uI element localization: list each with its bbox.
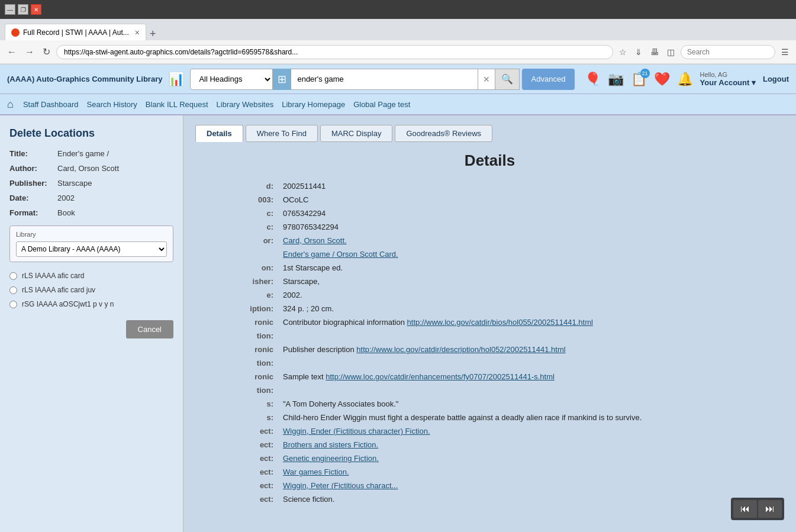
tab-marc-display[interactable]: MARC Display: [320, 125, 393, 142]
search-go-button[interactable]: 🔍: [495, 69, 520, 90]
browser-search-input[interactable]: [681, 45, 775, 59]
nav-blank-ill-request[interactable]: Blank ILL Request: [143, 100, 211, 109]
nav-staff-dashboard[interactable]: Staff Dashboard: [21, 100, 81, 109]
radio-input-0[interactable]: [9, 272, 17, 280]
field-label: 003:: [195, 193, 278, 207]
table-row: e: 2002.: [195, 288, 784, 302]
bookmark-icon[interactable]: ☆: [617, 46, 629, 58]
radio-item-0[interactable]: rLS IAAAA afic card: [9, 272, 173, 280]
search-input[interactable]: [291, 69, 478, 90]
field-value: [278, 383, 784, 397]
account-area[interactable]: Hello, AG Your Account ▾: [700, 71, 756, 87]
extensions-icon[interactable]: ◫: [665, 46, 677, 58]
radio-label-0: rLS IAAAA afic card: [22, 272, 84, 280]
nav-library-websites[interactable]: Library Websites: [214, 100, 276, 109]
radio-item-1[interactable]: rLS IAAAA afic card juv: [9, 286, 173, 294]
reload-button[interactable]: ↻: [40, 45, 53, 59]
tab-goodreads-reviews[interactable]: Goodreads® Reviews: [395, 125, 492, 142]
forward-button[interactable]: →: [22, 46, 37, 59]
subject-link-1[interactable]: Brothers and sisters Fiction.: [283, 440, 378, 449]
radio-input-2[interactable]: [9, 301, 17, 308]
list-badge: 21: [640, 69, 650, 78]
library-select[interactable]: A Demo Library - AAAA (AAAA): [16, 241, 167, 257]
cancel-button[interactable]: Cancel: [126, 320, 173, 338]
field-value: Brothers and sisters Fiction.: [278, 438, 784, 452]
publisher-row: Publisher: Starscape: [9, 179, 173, 188]
tab-close-button[interactable]: ×: [135, 28, 140, 37]
sample-text-link[interactable]: http://www.loc.gov/catdir/enhancements/f…: [326, 372, 555, 381]
title-bar: — ❐ ✕: [0, 0, 796, 19]
url-input[interactable]: [56, 45, 613, 59]
table-row: d: 2002511441: [195, 179, 784, 193]
field-value: 0765342294: [278, 207, 784, 220]
search-container: All Headings ⊞ ✕ 🔍 Advanced: [190, 69, 575, 90]
print-icon[interactable]: 🖶: [648, 46, 661, 58]
menu-icon[interactable]: ☰: [779, 46, 791, 58]
home-icon[interactable]: ⌂: [7, 98, 14, 111]
contributor-link[interactable]: http://www.loc.gov/catdir/bios/hol055/20…: [407, 318, 593, 327]
tab-bar: Full Record | STWI | AAAA | Aut... × +: [0, 19, 796, 40]
next-record-button[interactable]: ⏭: [758, 500, 782, 518]
radio-input-1[interactable]: [9, 286, 17, 294]
subject-link-4[interactable]: Wiggin, Peter (Fictitious charact...: [283, 481, 398, 490]
title-bar-left: — ❐ ✕: [5, 4, 41, 15]
nav-global-page-test[interactable]: Global Page test: [351, 100, 412, 109]
field-value: War games Fiction.: [278, 465, 784, 479]
subject-link-2[interactable]: Genetic engineering Fiction.: [283, 454, 379, 463]
window-controls: — ❐ ✕: [5, 4, 41, 15]
field-label: c:: [195, 220, 278, 234]
field-label: on:: [195, 261, 278, 275]
new-tab-button[interactable]: +: [146, 28, 160, 40]
table-row: 003: OCoLC: [195, 193, 784, 207]
field-value: Genetic engineering Fiction.: [278, 452, 784, 465]
prev-record-button[interactable]: ⏮: [733, 500, 757, 518]
format-label: Format:: [9, 208, 54, 217]
advanced-button[interactable]: Advanced: [522, 69, 575, 90]
field-value: 9780765342294: [278, 220, 784, 234]
table-row: tion:: [195, 356, 784, 370]
back-button[interactable]: ←: [5, 46, 19, 59]
minimize-button[interactable]: —: [5, 4, 15, 15]
logout-button[interactable]: Logout: [763, 75, 789, 83]
field-label: [195, 247, 278, 261]
app-header: (AAAA) Auto-Graphics Community Library 📊…: [0, 65, 796, 94]
author-link[interactable]: Card, Orson Scott.: [283, 236, 347, 245]
download-icon[interactable]: ⇓: [633, 46, 644, 58]
tab-favicon: [11, 28, 20, 37]
heart-icon[interactable]: ❤️: [654, 72, 670, 87]
field-label: s:: [195, 397, 278, 411]
field-label: ect:: [195, 424, 278, 438]
field-value: Contributor biographical information htt…: [278, 315, 784, 329]
maximize-button[interactable]: ❐: [18, 4, 28, 15]
publisher-desc-link[interactable]: http://www.loc.gov/catdir/description/ho…: [356, 345, 565, 354]
search-clear-button[interactable]: ✕: [478, 69, 495, 90]
date-label: Date:: [9, 194, 54, 202]
table-row: isher: Starscape,: [195, 275, 784, 288]
date-value: 2002: [57, 194, 75, 202]
table-row: ect: Science fiction.: [195, 492, 784, 506]
scanner-icon[interactable]: 📷: [608, 72, 624, 87]
radio-item-2[interactable]: rSG IAAAA aOSCjwt1 p v y n: [9, 300, 173, 308]
close-button[interactable]: ✕: [31, 4, 41, 15]
nav-library-homepage[interactable]: Library Homepage: [279, 100, 347, 109]
field-label: ect:: [195, 452, 278, 465]
balloon-icon[interactable]: 🎈: [585, 72, 601, 87]
browser-tab[interactable]: Full Record | STWI | AAAA | Aut... ×: [5, 24, 146, 40]
list-icon[interactable]: 📋 21: [631, 72, 647, 87]
subject-link-3[interactable]: War games Fiction.: [283, 467, 349, 476]
tab-details[interactable]: Details: [195, 125, 243, 142]
your-account-label: Your Account ▾: [700, 78, 756, 87]
date-row: Date: 2002: [9, 194, 173, 202]
subject-link-0[interactable]: Wiggin, Ender (Fictitious character) Fic…: [283, 427, 430, 436]
search-type-select[interactable]: All Headings: [190, 69, 273, 90]
bell-icon[interactable]: 🔔: [677, 72, 693, 87]
left-panel: Delete Locations Title: Ender's game / A…: [0, 115, 183, 532]
hello-text: Hello, AG: [700, 71, 756, 78]
title-link[interactable]: Ender's game / Orson Scott Card.: [283, 250, 398, 259]
nav-search-history[interactable]: Search History: [85, 100, 140, 109]
field-label: ect:: [195, 438, 278, 452]
tab-where-to-find[interactable]: Where To Find: [246, 125, 318, 142]
field-value: Wiggin, Ender (Fictitious character) Fic…: [278, 424, 784, 438]
field-label: d:: [195, 179, 278, 193]
field-value: Science fiction.: [278, 492, 784, 506]
